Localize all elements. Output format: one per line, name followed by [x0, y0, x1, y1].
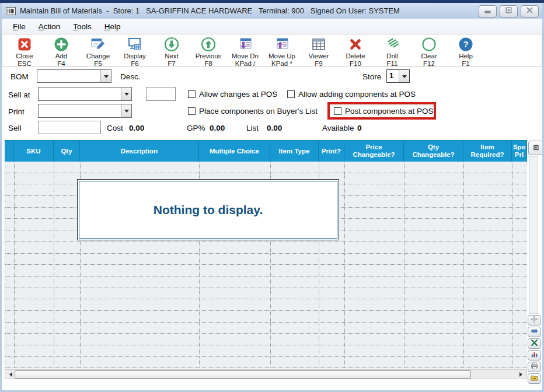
folder-export-icon: [530, 373, 539, 384]
menu-tools[interactable]: Tools: [67, 20, 98, 33]
empty-state-box: Nothing to display.: [77, 179, 339, 240]
table-row[interactable]: [5, 357, 527, 369]
column-header-qty[interactable]: Qty: [54, 141, 80, 162]
buyers-list-checkbox[interactable]: [188, 107, 196, 115]
allow-changes-label[interactable]: Allow changes at POS: [199, 90, 277, 99]
menu-action[interactable]: Action: [32, 20, 67, 33]
chevron-down-icon[interactable]: [121, 104, 131, 117]
sell-field[interactable]: [38, 121, 101, 134]
store-label: Store: [362, 72, 381, 81]
table-row[interactable]: [5, 288, 527, 300]
horizontal-scrollbar[interactable]: [5, 369, 527, 379]
post-components-checkbox[interactable]: [334, 107, 341, 115]
close-button[interactable]: CloseESC: [8, 36, 41, 66]
table-row[interactable]: [5, 276, 527, 288]
delete-button[interactable]: DeleteF10: [339, 36, 372, 66]
table-row[interactable]: [5, 265, 527, 276]
allow-changes-checkbox[interactable]: [188, 90, 196, 98]
help-button[interactable]: ?HelpF1: [449, 36, 482, 66]
column-header-select[interactable]: [5, 141, 14, 162]
minimize-bar-button[interactable]: [528, 327, 541, 337]
window-frame-left: [0, 3, 2, 392]
left-arrow-icon: [7, 372, 12, 377]
table-row[interactable]: [5, 299, 527, 311]
excel-export-button[interactable]: [528, 338, 541, 349]
vertical-scrollbar[interactable]: [529, 156, 538, 314]
column-header-qty-changeable?[interactable]: QtyChangeable?: [404, 141, 463, 162]
scrollbar-thumb[interactable]: [15, 370, 471, 379]
menu-bar: FileActionToolsHelp: [2, 19, 542, 34]
svg-text:?: ?: [463, 39, 468, 49]
table-row[interactable]: [5, 323, 527, 334]
print-combobox[interactable]: [38, 104, 132, 118]
table-row[interactable]: [5, 242, 527, 254]
menu-help[interactable]: Help: [98, 20, 127, 33]
right-arrow-icon: [519, 372, 525, 377]
printer-button[interactable]: [528, 362, 541, 372]
drill-button[interactable]: DrillF11: [376, 36, 409, 66]
restore-window-button[interactable]: [500, 5, 518, 18]
next-button[interactable]: NextF7: [155, 36, 188, 66]
previous-icon: [192, 36, 225, 52]
table-row[interactable]: [5, 162, 527, 173]
title-bar[interactable]: Maintain Bill of Materials - Store: 1 SA…: [0, 3, 544, 19]
store-combobox[interactable]: 1: [386, 69, 410, 83]
bom-combobox[interactable]: [37, 69, 111, 83]
column-header-description[interactable]: Description: [80, 141, 199, 162]
bar-chart-button[interactable]: [528, 350, 541, 360]
column-header-print?[interactable]: Print?: [319, 141, 344, 162]
grid-corner-button[interactable]: [528, 141, 543, 155]
minimize-window-button[interactable]: [479, 5, 497, 18]
column-header-price-changeable?[interactable]: PriceChangeable?: [344, 141, 404, 162]
grid-side-toolbar: [528, 315, 541, 384]
column-header-multiple-choice[interactable]: Multiple Choice: [199, 141, 270, 162]
sell-at-combobox[interactable]: [38, 87, 132, 101]
move-down-button[interactable]: Move DnKPad /: [229, 36, 261, 66]
viewer-button[interactable]: ViewerF9: [302, 36, 335, 66]
folder-export-button[interactable]: [528, 373, 541, 384]
minimize-bar-icon: [530, 327, 539, 337]
allow-adding-label[interactable]: Allow adding components at POS: [298, 90, 416, 99]
chevron-down-icon[interactable]: [121, 88, 131, 100]
print-label: Print: [8, 107, 25, 116]
column-header-item-required?[interactable]: ItemRequired?: [463, 141, 512, 162]
post-components-label[interactable]: Post components at POS: [345, 107, 434, 116]
close-window-button[interactable]: [521, 5, 539, 18]
display-button[interactable]: DisplayF6: [118, 36, 151, 66]
next-icon: [155, 36, 188, 52]
table-row[interactable]: [5, 334, 527, 345]
scroll-right-button[interactable]: [518, 370, 526, 379]
clear-button[interactable]: ClearF12: [413, 36, 445, 66]
table-row[interactable]: [5, 345, 527, 357]
column-header-spe-pri[interactable]: SpePri: [512, 141, 527, 162]
clear-icon: [413, 36, 445, 52]
printer-icon: [530, 362, 539, 372]
change-button[interactable]: ChangeF5: [82, 36, 114, 66]
plus-button[interactable]: [528, 315, 541, 326]
previous-button[interactable]: PreviousF8: [192, 36, 225, 66]
column-header-sku[interactable]: SKU: [14, 141, 54, 162]
gp-value: 0.00: [210, 124, 225, 132]
gp-label: GP%: [187, 124, 205, 132]
table-row[interactable]: [5, 254, 527, 265]
bar-chart-icon: [530, 350, 539, 360]
sell-at-extra-field[interactable]: [146, 87, 176, 101]
barcode-app-icon: [6, 7, 16, 15]
move-up-button[interactable]: Move UpKPad *: [266, 36, 298, 66]
excel-export-icon: [530, 338, 539, 349]
chevron-down-icon[interactable]: [100, 70, 111, 82]
print-value: [39, 104, 121, 117]
menu-file[interactable]: File: [6, 20, 32, 33]
chevron-down-icon[interactable]: [399, 70, 409, 82]
add-button[interactable]: AddF4: [45, 36, 78, 66]
column-header-item-type[interactable]: Item Type: [270, 141, 319, 162]
scroll-left-button[interactable]: [5, 370, 14, 379]
help-icon: ?: [449, 36, 482, 52]
desc-label: Desc.: [120, 72, 141, 81]
buyers-list-label[interactable]: Place components on Buyer's List: [199, 107, 318, 116]
allow-adding-checkbox[interactable]: [287, 90, 295, 98]
sell-at-value: [39, 88, 121, 100]
close-icon: [8, 36, 41, 52]
table-row[interactable]: [5, 311, 527, 323]
win-restore-icon: [501, 5, 517, 18]
